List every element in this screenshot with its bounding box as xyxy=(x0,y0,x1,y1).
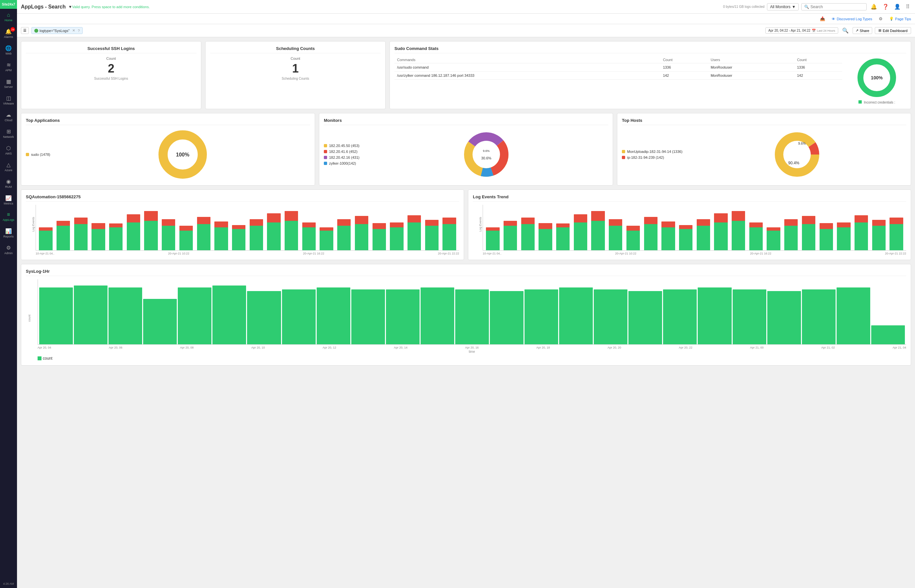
top-applications-legend: sudo (1478) xyxy=(26,153,50,157)
query-text: logtype="SysLogs" xyxy=(40,29,70,33)
sudo-stats-title: Sudo Command Stats xyxy=(394,46,906,53)
share-btn[interactable]: ↗ Share xyxy=(853,27,872,34)
log-events-x-labels: 10-Apr-21 04.. 20-Apr-21 10:22 20-Apr-21… xyxy=(483,252,906,255)
settings-btn[interactable]: ⚙ xyxy=(878,15,884,23)
search-box[interactable]: 🔍 xyxy=(801,3,867,10)
green-bar xyxy=(697,226,710,250)
sudo-user-count: 1336 xyxy=(794,63,842,71)
query-close[interactable]: ✕ xyxy=(72,28,75,33)
red-bar xyxy=(591,211,605,221)
download-btn[interactable]: 📥 xyxy=(819,15,826,23)
query-status-dot xyxy=(34,29,38,33)
syslog-bar xyxy=(663,289,697,344)
red-bar xyxy=(661,221,675,227)
red-bar xyxy=(74,218,87,224)
bar-group xyxy=(353,206,370,250)
green-bar xyxy=(39,231,52,250)
sidebar-item-server[interactable]: ▦ Server xyxy=(0,75,17,92)
sl-x-5: Apr 20, 12 xyxy=(323,346,336,349)
bar-group xyxy=(870,206,887,250)
sidebar-label-azure: Azure xyxy=(5,168,13,172)
red-bar xyxy=(538,223,552,229)
svg-text:9.6%: 9.6% xyxy=(483,149,490,153)
sl-x-9: Apr 20, 20 xyxy=(608,346,621,349)
sidebar-item-apm[interactable]: ≋ APM xyxy=(0,58,17,75)
sidebar-item-home[interactable]: ⌂ Home xyxy=(0,9,17,25)
sudo-table-side: Commands Count Users Count /usr/sudo com… xyxy=(394,57,842,104)
sidebar-item-applogs[interactable]: ≡ AppLogs xyxy=(0,208,17,225)
le-x-label-2: 20-Apr-21 10:22 xyxy=(615,252,636,255)
monitor-item-1: 182.20.45.50 (453) xyxy=(324,144,359,148)
red-bar xyxy=(574,214,587,223)
bar-group xyxy=(765,206,782,250)
date-range-box[interactable]: Apr 20, 04:22 - Apr 21, 04:22 📅 Last 24 … xyxy=(765,27,838,34)
sqautomation-chart-wrapper: Log Events 10-Apr-21 04.. 20-Apr-21 10:2… xyxy=(26,205,459,255)
query-options-btn[interactable]: ☰ xyxy=(21,27,29,34)
search-input[interactable] xyxy=(810,5,864,9)
discovered-log-types-link[interactable]: 👁 Discovered Log Types xyxy=(832,17,872,21)
notification-btn[interactable]: 🔔 xyxy=(869,2,878,11)
tips-icon: 💡 xyxy=(889,17,894,21)
profile-btn[interactable]: 👤 xyxy=(893,2,902,11)
top-hosts-card: Top Hosts MonUploadip-182-31-94-14 (1336… xyxy=(617,113,911,186)
green-bar xyxy=(179,231,193,250)
bar-group xyxy=(125,206,142,250)
azure-icon: △ xyxy=(6,162,10,168)
top-applications-title: Top Applications xyxy=(26,118,310,125)
search-icon: 🔍 xyxy=(804,5,809,9)
red-bar xyxy=(320,227,333,231)
query-valid-msg: Valid query. Press space to add more con… xyxy=(72,5,150,9)
sidebar-item-aws[interactable]: ⬡ AWS xyxy=(0,142,17,158)
apps-btn[interactable]: ⠿ xyxy=(905,2,911,11)
syslog-chart-wrapper: count Apr 20, 04 Apr 20, 06 Apr 20, 08 A… xyxy=(26,279,906,361)
title-arrow[interactable]: ▼ xyxy=(68,5,72,9)
sqautomation-x-labels: 10-Apr-21 04.. 20-Apr-21 10:22 20-Apr-21… xyxy=(36,252,459,255)
monitor-select[interactable]: All Monitors ▼ xyxy=(767,3,799,10)
bar-group xyxy=(835,206,852,250)
red-bar xyxy=(732,211,745,221)
search-query-btn[interactable]: 🔍 xyxy=(841,26,850,35)
sidebar-logo[interactable]: Site24x7 xyxy=(0,0,17,9)
sidebar-label-network: Network xyxy=(3,135,14,139)
users-count-header: Count xyxy=(794,57,842,63)
sidebar-item-rum[interactable]: ◉ RUM xyxy=(0,175,17,192)
sidebar-item-alarms[interactable]: 29 🔔 Alarms xyxy=(0,25,17,42)
monitor-item-2: 182.20.41.6 (452) xyxy=(324,150,359,153)
eye-icon: 👁 xyxy=(832,17,835,21)
sidebar-label-reports: Reports xyxy=(3,235,14,238)
monitor-dot-3 xyxy=(324,156,327,159)
sqautomation-card: SQAutomation-1585662275 Log Events 10-Ap… xyxy=(21,189,464,260)
syslog-bar xyxy=(143,299,177,344)
sidebar-label-rum: RUM xyxy=(5,185,12,189)
sudo-legend-dot-yellow xyxy=(26,153,29,156)
sidebar-item-cloud[interactable]: ☁ Cloud xyxy=(0,108,17,125)
page-tips-link[interactable]: 💡 Page Tips xyxy=(889,17,911,21)
green-bar xyxy=(162,226,175,250)
monitor-label-2: 182.20.41.6 (452) xyxy=(329,150,357,153)
top-hosts-legend: MonUploadip-182-31-94-14 (1336) ip-182-3… xyxy=(622,150,682,160)
sidebar-item-web[interactable]: 🌐 Web xyxy=(0,42,17,58)
page-title: AppLogs - Search xyxy=(21,4,66,10)
svg-text:100%: 100% xyxy=(871,75,883,80)
red-bar xyxy=(250,219,263,226)
bar-group xyxy=(72,206,89,250)
sidebar-item-admin[interactable]: ⚙ Admin xyxy=(0,241,17,258)
sidebar-item-network[interactable]: ⊞ Network xyxy=(0,125,17,142)
date-range-sub: Last 24 Hours xyxy=(817,29,835,32)
sudo-donut-side: 100% Incorrect credentials : xyxy=(847,57,906,104)
sidebar-item-reports[interactable]: 📊 Reports xyxy=(0,225,17,241)
sidebar-item-azure[interactable]: △ Azure xyxy=(0,158,17,175)
bar-group xyxy=(37,206,54,250)
sl-x-10: Apr 20, 22 xyxy=(679,346,692,349)
green-bar xyxy=(74,224,87,250)
query-help[interactable]: ? xyxy=(78,29,80,33)
ssh-footer: Successful SSH Logins xyxy=(26,77,196,80)
svg-point-10 xyxy=(779,137,815,173)
help-btn[interactable]: ❓ xyxy=(881,2,890,11)
sidebar-item-metrics[interactable]: 📈 Metrics xyxy=(0,192,17,208)
query-bar: ☰ logtype="SysLogs" ✕ ? Apr 20, 04:22 - … xyxy=(17,24,915,37)
discovered-log-types-label: Discovered Log Types xyxy=(837,17,872,21)
sidebar-item-vmware[interactable]: ◫ VMware xyxy=(0,92,17,108)
sidebar-label-home: Home xyxy=(5,19,13,22)
edit-dashboard-btn[interactable]: ⊞ Edit Dashboard xyxy=(875,27,911,34)
